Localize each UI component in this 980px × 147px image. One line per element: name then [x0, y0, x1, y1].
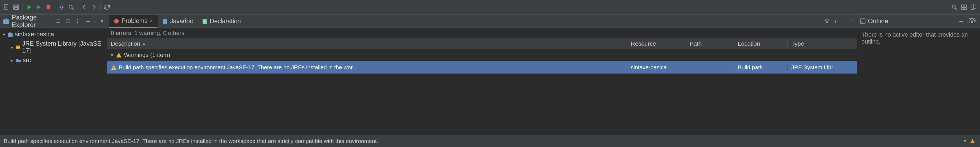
col-description-header[interactable]: Description ▲	[107, 40, 627, 47]
col-path-header[interactable]: Path	[686, 40, 734, 47]
svg-marker-54	[970, 19, 974, 23]
svg-rect-15	[961, 5, 964, 7]
toolbar-refresh-icon[interactable]	[103, 3, 111, 11]
status-warn-icon[interactable]	[969, 138, 976, 145]
problems-icon: !	[113, 18, 119, 24]
minimize-bottom-icon[interactable]: —	[842, 17, 848, 24]
col-resource-header[interactable]: Resource	[627, 40, 686, 47]
toolbar-sep-3	[78, 3, 78, 11]
src-item[interactable]: ▸ src	[0, 55, 107, 65]
svg-point-8	[37, 6, 39, 8]
filter-bar: 0 errors, 1 warning, 0 others	[107, 28, 857, 38]
toolbar-back-icon[interactable]	[80, 3, 89, 11]
jre-icon: JRE	[15, 44, 21, 50]
svg-rect-0	[4, 5, 8, 9]
view-menu-icon[interactable]	[74, 17, 81, 25]
maximize-icon[interactable]: □	[92, 18, 98, 24]
package-explorer-header: Package Explorer	[0, 15, 107, 27]
toolbar-open-perspective-icon[interactable]	[969, 3, 978, 11]
project-item-sintaxe-basica[interactable]: ▾ sintaxe-basica	[0, 30, 107, 39]
outline-panel: Outline — □ ✕ There is no active editor …	[857, 15, 980, 135]
toolbar-save-icon[interactable]	[12, 3, 20, 11]
col-type-header[interactable]: Type	[788, 40, 857, 47]
warning-resource: sintaxe-basica	[627, 64, 686, 71]
svg-rect-17	[961, 8, 964, 9]
toolbar-debug-icon[interactable]	[35, 3, 43, 11]
warning-location: Build path	[734, 64, 788, 71]
outline-filter-icon[interactable]	[968, 17, 976, 24]
warning-group-arrow: ▾	[111, 52, 113, 58]
svg-marker-24	[3, 18, 9, 19]
svg-point-44	[835, 21, 836, 22]
problems-table: Description ▲ Resource Path Location Typ…	[107, 38, 857, 135]
status-text: Build path specifies execution environme…	[4, 138, 378, 144]
package-explorer-title: Package Explorer	[12, 14, 52, 28]
src-label: src	[23, 57, 31, 64]
svg-marker-6	[27, 5, 31, 9]
svg-line-12	[72, 8, 73, 9]
filter-icon[interactable]	[823, 17, 830, 25]
path-label: Path	[690, 40, 702, 47]
svg-point-56	[965, 139, 965, 139]
warning-group-row[interactable]: ▾ ! Warnings (1 item)	[107, 49, 857, 61]
sort-icon: ▲	[142, 41, 146, 46]
close-problems-tab[interactable]: ✕	[150, 19, 153, 24]
tab-declaration[interactable]: D Declaration	[197, 15, 245, 28]
svg-rect-18	[964, 8, 966, 9]
package-tree: ▾ sintaxe-basica ▸ JRE JRE System Librar…	[0, 27, 107, 135]
toolbar-run-icon[interactable]	[25, 3, 33, 11]
tab-javadoc[interactable]: J Javadoc	[158, 15, 197, 28]
bottom-tabs-panel: ! Problems ✕ J Javadoc	[107, 15, 857, 135]
maximize-bottom-icon[interactable]: □	[849, 17, 855, 24]
toolbar-forward-icon[interactable]	[90, 3, 98, 11]
toolbar-build-icon[interactable]	[57, 3, 66, 11]
toolbar-sep-1	[22, 3, 23, 11]
svg-text:!: !	[113, 66, 114, 70]
toolbar-stop-icon[interactable]	[44, 3, 53, 11]
svg-point-31	[77, 22, 78, 23]
warning-type: JRE System Libr...	[788, 64, 857, 71]
svg-rect-9	[46, 5, 50, 9]
warning-message: Build path specifies execution environme…	[119, 64, 360, 71]
toolbar-perspectives-icon[interactable]	[960, 3, 968, 11]
package-explorer-panel: Package Explorer	[0, 15, 107, 135]
toolbar	[0, 0, 980, 15]
link-editor-icon[interactable]	[64, 17, 72, 25]
expand-arrow-icon: ▾	[3, 32, 5, 38]
close-package-explorer-button[interactable]: ✕	[100, 18, 104, 24]
type-label: Type	[791, 40, 804, 47]
tab-declaration-label: Declaration	[210, 17, 241, 25]
svg-point-59	[967, 141, 967, 141]
minimize-icon[interactable]: —	[85, 18, 91, 24]
svg-marker-33	[8, 32, 13, 33]
jre-library-item[interactable]: ▸ JRE JRE System Library [JavaSE-17]	[0, 39, 107, 55]
warning-description: ! Build path specifies execution environ…	[107, 64, 627, 71]
toolbar-new-icon[interactable]	[2, 3, 11, 11]
main-layout: Package Explorer	[0, 15, 980, 135]
project-icon	[7, 32, 13, 38]
toolbar-right	[950, 3, 978, 11]
svg-point-43	[835, 19, 836, 20]
collapse-all-icon[interactable]	[55, 17, 62, 25]
toolbar-search-right-icon[interactable]	[950, 3, 959, 11]
outline-header: Outline — □ ✕	[857, 15, 980, 27]
warning-resource-value: sintaxe-basica	[631, 64, 667, 70]
status-settings-icon[interactable]	[961, 138, 969, 145]
tab-problems[interactable]: ! Problems ✕	[109, 15, 158, 28]
tabs-bar: ! Problems ✕ J Javadoc	[107, 15, 857, 28]
warning-group-label: Warnings (1 item)	[124, 52, 170, 58]
warning-row[interactable]: ! Build path specifies execution environ…	[107, 61, 857, 74]
col-location-header[interactable]: Location	[734, 40, 788, 47]
package-explorer-icon	[3, 17, 10, 25]
svg-point-57	[965, 143, 965, 143]
minimize-outline-icon[interactable]: —	[958, 18, 964, 24]
toolbar-search-icon[interactable]	[67, 3, 75, 11]
svg-marker-42	[825, 20, 829, 23]
location-label: Location	[738, 40, 760, 47]
svg-rect-5	[14, 8, 18, 9]
filter-text: 0 errors, 1 warning, 0 others	[111, 30, 185, 36]
javadoc-icon: J	[162, 19, 168, 24]
view-menu-btn[interactable]	[832, 17, 839, 25]
outline-message: There is no active editor that provides …	[857, 27, 980, 49]
warning-icon: !	[111, 65, 117, 70]
